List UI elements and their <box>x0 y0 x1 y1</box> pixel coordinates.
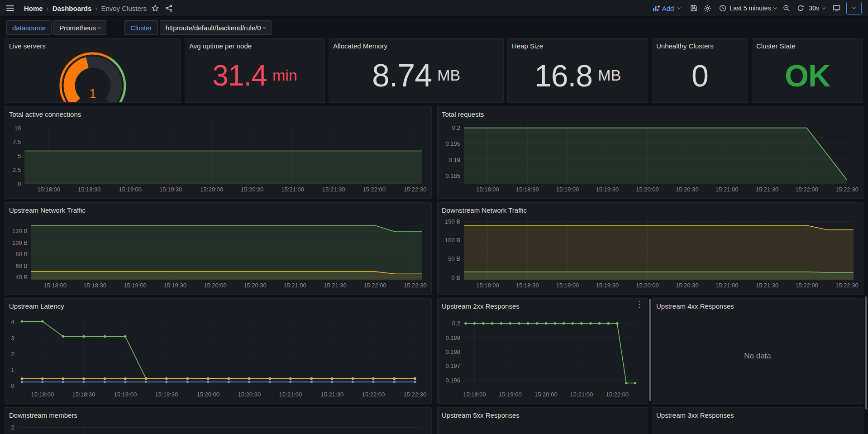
svg-text:15:19:00: 15:19:00 <box>556 282 579 289</box>
zoom-out-time-icon[interactable] <box>783 5 790 12</box>
add-panel-icon <box>653 5 660 11</box>
svg-text:15:21:00: 15:21:00 <box>283 282 306 289</box>
panel-title[interactable]: Unhealthy Clusters <box>656 42 744 50</box>
chart-canvas[interactable]: 15:18:0015:18:3015:19:0015:19:3015:20:00… <box>9 215 427 292</box>
panel-title[interactable]: Upstream 5xx Responses <box>442 411 644 420</box>
legend-item[interactable]: httproute/default/backend/rule/0 <box>444 402 536 404</box>
datasource-variable-value[interactable]: Prometheus <box>53 20 106 35</box>
chart-canvas[interactable]: 15:18:0015:19:0015:20:0015:21:0015:22:00… <box>442 310 644 401</box>
panel-title[interactable]: Avg uptime per node <box>189 42 320 50</box>
clock-icon <box>719 5 726 12</box>
stat-value: 0 <box>656 50 744 100</box>
chevron-down-icon <box>262 25 266 29</box>
svg-text:15:18:30: 15:18:30 <box>72 391 95 398</box>
svg-text:15:21:30: 15:21:30 <box>324 282 347 289</box>
svg-text:0: 0 <box>18 181 21 187</box>
panel-title[interactable]: Upstream 4xx Responses <box>656 302 859 310</box>
svg-text:15:21:30: 15:21:30 <box>756 186 779 193</box>
chart-legend: httproute/default/backend/rule/0 <box>9 196 427 199</box>
svg-text:15:19:30: 15:19:30 <box>596 186 619 193</box>
panel-title[interactable]: Allocated Memory <box>333 42 499 50</box>
add-button[interactable]: Add <box>653 5 681 12</box>
panel-scrollbar[interactable] <box>649 299 651 401</box>
datasource-variable-label[interactable]: datasource <box>6 20 52 35</box>
panel-title[interactable]: Upstream 2xx Responses <box>442 302 644 310</box>
legend-item[interactable]: httproute/default/backend/rule/0 <box>444 197 536 199</box>
svg-text:1: 1 <box>89 87 96 100</box>
svg-text:0.195: 0.195 <box>445 140 460 147</box>
refresh-interval-dropdown[interactable]: 30s <box>807 5 825 12</box>
chart-canvas[interactable]: 15:18:0015:18:3015:19:0015:19:3015:20:00… <box>442 119 859 196</box>
chevron-down-icon <box>822 5 825 9</box>
panel-title[interactable]: Live servers <box>9 42 176 50</box>
svg-text:15:18:00: 15:18:00 <box>43 282 67 289</box>
svg-text:15:21:00: 15:21:00 <box>279 391 302 398</box>
legend-item[interactable]: httproute/default/backend/rule/0 - in <box>11 293 114 295</box>
chart-canvas[interactable]: 15:18:0015:18:3015:19:0015:19:3015:20:00… <box>442 215 859 292</box>
legend-item[interactable]: httproute/default/backend/rule/0 50% <box>239 402 345 404</box>
svg-text:3: 3 <box>11 335 14 342</box>
panel-title[interactable]: Total requests <box>442 110 859 119</box>
hamburger-menu-icon[interactable] <box>6 5 14 11</box>
star-icon[interactable] <box>152 5 159 12</box>
legend-item[interactable]: httproute/default/backend/rule/0 90% <box>125 402 231 404</box>
svg-text:15:19:30: 15:19:30 <box>163 282 186 289</box>
svg-text:15:22:00: 15:22:00 <box>795 186 818 193</box>
panel-title[interactable]: Upstream Latency <box>9 302 427 310</box>
svg-text:15:20:30: 15:20:30 <box>238 391 261 398</box>
chart-canvas[interactable] <box>656 420 859 434</box>
legend-item[interactable]: httproute/default/backend/rule/0 - out <box>122 293 228 295</box>
svg-text:15:22:30: 15:22:30 <box>404 391 427 398</box>
panel-upstream-3xx-responses: Upstream 3xx Responses <box>652 407 863 434</box>
chart-canvas[interactable]: 15:18:0015:18:3015:19:0015:19:3015:20:00… <box>9 310 427 401</box>
share-icon[interactable] <box>165 5 172 12</box>
legend-item[interactable]: httproute/default/backend/rule/0 99% <box>11 402 117 404</box>
breadcrumb-home[interactable]: Home <box>24 5 43 12</box>
svg-text:50 B: 50 B <box>448 255 460 262</box>
svg-text:15:19:30: 15:19:30 <box>159 186 182 193</box>
panel-title[interactable]: Upstream 3xx Responses <box>656 411 859 420</box>
svg-text:15:19:00: 15:19:00 <box>119 186 142 193</box>
chart-legend: httproute/default/backend/rule/0 99%http… <box>9 401 427 404</box>
time-range-picker[interactable]: Last 5 minutes <box>719 5 777 12</box>
collapse-header-button[interactable] <box>846 2 862 14</box>
panel-unhealthy-clusters: Unhealthy Clusters 0 <box>652 38 748 103</box>
legend-item[interactable]: - out <box>470 293 491 295</box>
svg-text:15:21:00: 15:21:00 <box>715 186 739 193</box>
svg-text:0.199: 0.199 <box>445 334 460 341</box>
svg-text:15:18:30: 15:18:30 <box>516 282 539 289</box>
settings-gear-icon[interactable] <box>704 5 711 12</box>
panel-title[interactable]: Cluster State <box>756 42 858 50</box>
svg-text:2: 2 <box>11 351 14 358</box>
chart-legend: httproute/default/backend/rule/0 <box>442 196 859 199</box>
chart-legend: httproute/default/backend/rule/0 <box>442 401 644 404</box>
cluster-variable-value[interactable]: httproute/default/backend/rule/0 <box>160 20 272 35</box>
svg-text:15:20:00: 15:20:00 <box>534 391 558 398</box>
svg-text:15:21:00: 15:21:00 <box>281 186 304 193</box>
cluster-variable-label[interactable]: Cluster <box>124 20 158 35</box>
panel-live-servers: Live servers 1 <box>5 38 181 103</box>
breadcrumb-dashboards[interactable]: Dashboards <box>52 5 92 12</box>
panel-title[interactable]: Downstream members <box>9 411 427 420</box>
panel-total-active-connections: Total active connections 15:18:0015:18:3… <box>5 106 432 199</box>
svg-text:0.2: 0.2 <box>452 124 460 131</box>
svg-text:0 B: 0 B <box>451 274 460 281</box>
panel-title[interactable]: Upstream Network Traffic <box>9 206 427 215</box>
refresh-icon[interactable] <box>797 5 804 12</box>
page-scrollbar[interactable] <box>865 296 867 410</box>
svg-text:4: 4 <box>11 319 14 325</box>
svg-text:15:18:30: 15:18:30 <box>78 186 101 193</box>
stat-value: 8.74 MB <box>333 50 499 100</box>
legend-item[interactable]: httproute/default/backend/rule/0 <box>11 197 104 199</box>
panel-menu-kebab-icon[interactable]: ⋮ <box>635 300 643 309</box>
tv-mode-icon[interactable] <box>833 5 840 12</box>
chart-canvas[interactable]: 15:18:0015:18:3015:19:0015:19:3015:20:00… <box>9 119 427 196</box>
panel-title[interactable]: Total active connections <box>9 110 427 119</box>
legend-item[interactable]: - in <box>444 293 462 295</box>
chart-canvas[interactable]: 2 <box>9 420 427 434</box>
panel-title[interactable]: Downstream Network Traffic <box>442 206 859 215</box>
save-dashboard-icon[interactable] <box>690 5 697 12</box>
variables-row: datasource Prometheus Cluster httproute/… <box>0 17 868 37</box>
chart-canvas[interactable] <box>442 420 644 434</box>
panel-title[interactable]: Heap Size <box>512 42 644 50</box>
